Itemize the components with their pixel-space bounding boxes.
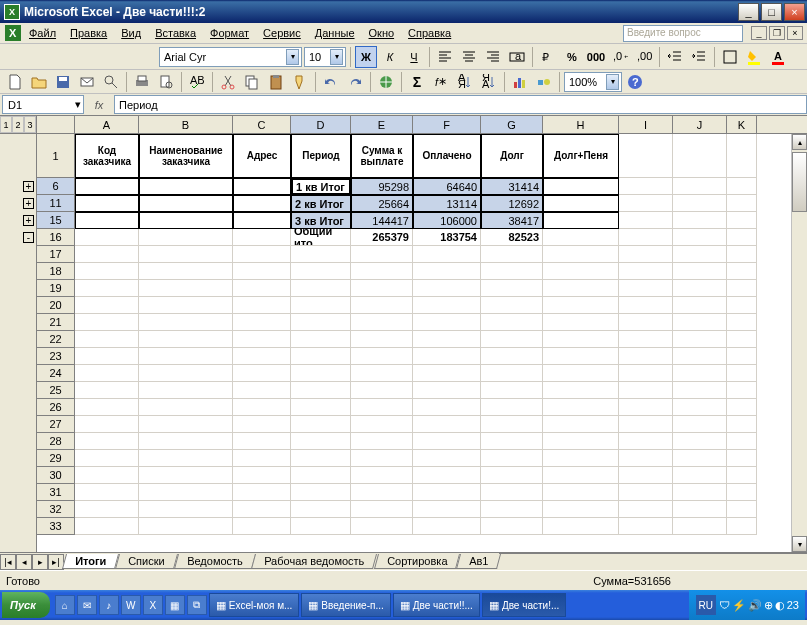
cell[interactable]	[351, 467, 413, 484]
cell[interactable]	[673, 178, 727, 195]
print-preview-button[interactable]	[155, 71, 177, 93]
column-header-C[interactable]: C	[233, 116, 291, 133]
cell[interactable]	[351, 450, 413, 467]
menu-view[interactable]: Вид	[114, 25, 148, 41]
cell[interactable]	[291, 348, 351, 365]
tray-icon[interactable]: 🛡	[719, 599, 730, 611]
menu-help[interactable]: Справка	[401, 25, 458, 41]
tab-nav-first[interactable]: |◂	[0, 554, 16, 570]
increase-indent-button[interactable]	[688, 46, 710, 68]
cell[interactable]	[75, 484, 139, 501]
cell[interactable]: 82523	[481, 229, 543, 246]
cell[interactable]: Общий ито	[291, 229, 351, 246]
cell[interactable]	[619, 365, 673, 382]
tray-icon[interactable]: ◐	[775, 599, 785, 612]
spelling-button[interactable]: ABC	[186, 71, 208, 93]
cell[interactable]	[543, 314, 619, 331]
outline-toggle[interactable]: +	[23, 215, 34, 226]
minimize-button[interactable]: _	[738, 3, 759, 21]
outline-level-1[interactable]: 1	[0, 116, 12, 133]
cell[interactable]	[543, 365, 619, 382]
cell[interactable]	[673, 433, 727, 450]
fill-color-button[interactable]	[743, 46, 765, 68]
cell[interactable]	[233, 314, 291, 331]
cell[interactable]	[233, 450, 291, 467]
cell[interactable]	[351, 314, 413, 331]
cell[interactable]: Наименование заказчика	[139, 134, 233, 178]
cell[interactable]	[619, 331, 673, 348]
cell[interactable]	[619, 229, 673, 246]
cell[interactable]	[413, 484, 481, 501]
taskbar-task[interactable]: ▦Excel-моя м...	[209, 593, 300, 617]
cell[interactable]	[619, 416, 673, 433]
cell[interactable]	[233, 484, 291, 501]
cell[interactable]	[673, 348, 727, 365]
merge-center-button[interactable]: a	[506, 46, 528, 68]
sheet-tab[interactable]: Ведомость	[174, 554, 256, 569]
mdi-restore[interactable]: ❐	[769, 26, 785, 40]
cell[interactable]	[291, 484, 351, 501]
column-header-A[interactable]: A	[75, 116, 139, 133]
cell[interactable]	[139, 399, 233, 416]
sort-asc-button[interactable]: АЯ	[454, 71, 476, 93]
cell[interactable]: 38417	[481, 212, 543, 229]
cell[interactable]	[413, 331, 481, 348]
cell[interactable]	[673, 501, 727, 518]
cell[interactable]	[481, 518, 543, 535]
cell[interactable]	[543, 280, 619, 297]
cell[interactable]	[413, 365, 481, 382]
cell[interactable]	[543, 382, 619, 399]
cell[interactable]	[233, 433, 291, 450]
menu-edit[interactable]: Правка	[63, 25, 114, 41]
row-header[interactable]: 32	[37, 501, 75, 518]
cell[interactable]	[351, 501, 413, 518]
cell[interactable]	[727, 518, 757, 535]
cell[interactable]	[727, 297, 757, 314]
row-header[interactable]: 20	[37, 297, 75, 314]
font-size-combo[interactable]: 10▾	[304, 47, 346, 67]
menu-insert[interactable]: Вставка	[148, 25, 203, 41]
cell[interactable]	[481, 263, 543, 280]
cell[interactable]	[291, 297, 351, 314]
cell[interactable]	[727, 331, 757, 348]
row-header[interactable]: 18	[37, 263, 75, 280]
cell[interactable]	[619, 467, 673, 484]
cell[interactable]: Долг	[481, 134, 543, 178]
cell[interactable]	[75, 450, 139, 467]
quick-launch-icon[interactable]: ✉	[77, 595, 97, 615]
quick-launch-icon[interactable]: ▦	[165, 595, 185, 615]
cell[interactable]	[481, 416, 543, 433]
cell[interactable]	[75, 263, 139, 280]
cell[interactable]	[291, 518, 351, 535]
cell[interactable]	[139, 195, 233, 212]
sheet-tab[interactable]: Итоги	[62, 554, 119, 569]
row-header[interactable]: 23	[37, 348, 75, 365]
cell[interactable]	[543, 178, 619, 195]
cell[interactable]	[481, 382, 543, 399]
row-header[interactable]: 22	[37, 331, 75, 348]
quick-launch-icon[interactable]: W	[121, 595, 141, 615]
help-button[interactable]: ?	[624, 71, 646, 93]
cell[interactable]	[543, 263, 619, 280]
cell[interactable]: 144417	[351, 212, 413, 229]
cell[interactable]	[727, 263, 757, 280]
cell[interactable]	[727, 246, 757, 263]
cell[interactable]	[75, 382, 139, 399]
cell[interactable]	[75, 246, 139, 263]
row-header[interactable]: 31	[37, 484, 75, 501]
open-button[interactable]	[28, 71, 50, 93]
cell[interactable]	[413, 433, 481, 450]
fx-icon[interactable]: fx	[84, 99, 114, 111]
outline-toggle[interactable]: +	[23, 198, 34, 209]
italic-button[interactable]: К	[379, 46, 401, 68]
formula-bar[interactable]: Период	[114, 95, 807, 114]
cell[interactable]	[233, 518, 291, 535]
cell[interactable]	[291, 314, 351, 331]
row-header[interactable]: 30	[37, 467, 75, 484]
cell[interactable]	[481, 297, 543, 314]
cell[interactable]	[351, 348, 413, 365]
cell[interactable]	[727, 348, 757, 365]
cell[interactable]	[413, 314, 481, 331]
scroll-up-button[interactable]: ▴	[792, 134, 807, 150]
cell[interactable]	[727, 195, 757, 212]
